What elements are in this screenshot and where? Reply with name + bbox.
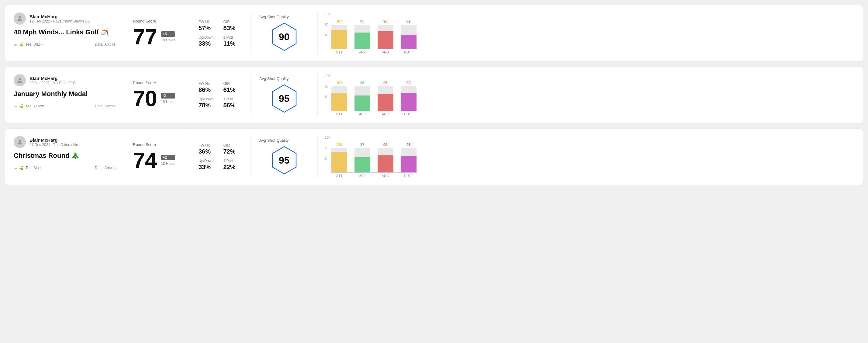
chart-column-app: 87: [354, 143, 370, 173]
fw-hit-value: 36%: [198, 148, 217, 155]
user-name: Blair McHarg: [30, 14, 90, 19]
gir-label: GIR: [223, 20, 242, 24]
card-footer: ☁ ⛳ Tee: Black Data: Arccos: [14, 42, 116, 46]
tee-label: Tee: Blue: [26, 166, 41, 170]
stats-section: FW Hit 86% GIR 61% Up/Down 78% 1 Putt 56…: [190, 74, 251, 116]
updown-label: Up/Down: [198, 35, 217, 39]
quality-label: Avg Shot Quality: [259, 138, 289, 143]
svg-point-0: [19, 16, 21, 19]
round-score-label: Round Score: [133, 81, 180, 85]
chart-column-app: 95: [354, 19, 370, 49]
user-meta: 27 Dec 2021 · The Oxfordshire: [30, 143, 79, 147]
fw-hit-label: FW Hit: [198, 20, 217, 24]
hexagon-wrapper: 95: [259, 145, 309, 176]
stats-grid: FW Hit 36% GIR 72% Up/Down 33% 1 Putt 22…: [198, 143, 242, 170]
fw-hit-label: FW Hit: [198, 82, 217, 86]
round-score-label: Round Score: [133, 19, 180, 23]
card-left-2: Blair McHarg 29 Jan 2022 · Mill Ride GCC…: [14, 74, 123, 116]
user-row: Blair McHarg 27 Dec 2021 · The Oxfordshi…: [14, 136, 116, 148]
score-details: -2 18 Holes: [161, 93, 175, 104]
user-info: Blair McHarg 12 Feb 2022 · Royal North D…: [30, 14, 90, 23]
fw-hit-stat: FW Hit 57%: [198, 20, 217, 32]
gir-value: 83%: [223, 25, 242, 32]
updown-stat: Up/Down 33%: [198, 35, 217, 47]
tee-label: Tee: Yellow: [26, 104, 44, 108]
chart-column-arg: 98: [378, 19, 394, 49]
weather-icon: ☁: [14, 166, 17, 170]
avatar: [14, 136, 26, 148]
round-card-1: Blair McHarg 12 Feb 2022 · Royal North D…: [5, 5, 863, 62]
gir-stat: GIR 61%: [223, 82, 242, 93]
hexagon: 95: [269, 83, 300, 114]
score-badge: +5: [161, 31, 175, 37]
tee-label: Tee: Black: [26, 42, 42, 46]
score-row: 77 +5 18 Holes: [133, 26, 180, 48]
round-score-section: Round Score 77 +5 18 Holes: [123, 12, 190, 54]
fw-hit-value: 86%: [198, 86, 217, 93]
svg-point-2: [19, 78, 21, 80]
weather-icon: ☁: [14, 42, 17, 46]
updown-stat: Up/Down 78%: [198, 97, 217, 109]
oneputt-label: 1 Putt: [223, 159, 242, 163]
data-source: Data: Arccos: [95, 166, 116, 170]
stats-section: FW Hit 36% GIR 72% Up/Down 33% 1 Putt 22…: [190, 136, 251, 178]
chart-section: 100 50 0 110 87: [318, 136, 854, 178]
score-badge: -2: [161, 93, 175, 98]
tee-info: ☁ ⛳ Tee: Black: [14, 42, 42, 46]
user-info: Blair McHarg 29 Jan 2022 · Mill Ride GCC: [30, 76, 76, 85]
quality-label: Avg Shot Quality: [259, 14, 289, 19]
stats-grid: FW Hit 86% GIR 61% Up/Down 78% 1 Putt 56…: [198, 82, 242, 109]
user-meta: 29 Jan 2022 · Mill Ride GCC: [30, 81, 76, 85]
svg-point-4: [19, 139, 21, 142]
chart-column-putt: 82: [401, 19, 416, 49]
fw-hit-value: 57%: [198, 25, 217, 32]
hexagon-wrapper: 95: [259, 83, 309, 114]
big-score: 77: [133, 26, 157, 48]
score-details: +5 18 Holes: [161, 31, 175, 42]
updown-value: 78%: [198, 102, 217, 109]
tee-icon: ⛳: [19, 104, 24, 108]
quality-section: Avg Shot Quality 90: [251, 12, 318, 54]
quality-section: Avg Shot Quality 95: [251, 74, 318, 116]
hexagon-score: 90: [279, 31, 290, 42]
oneputt-label: 1 Putt: [223, 97, 242, 101]
hexagon-score: 95: [279, 155, 290, 166]
card-footer: ☁ ⛳ Tee: Yellow Data: Arccos: [14, 104, 116, 108]
round-score-label: Round Score: [133, 142, 180, 147]
user-row: Blair McHarg 29 Jan 2022 · Mill Ride GCC: [14, 74, 116, 86]
user-row: Blair McHarg 12 Feb 2022 · Royal North D…: [14, 12, 116, 25]
tee-icon: ⛳: [19, 166, 24, 170]
oneputt-stat: 1 Putt 11%: [223, 35, 242, 47]
gir-stat: GIR 72%: [223, 143, 242, 155]
updown-stat: Up/Down 33%: [198, 159, 217, 170]
fw-hit-label: FW Hit: [198, 143, 217, 148]
round-card-2: Blair McHarg 29 Jan 2022 · Mill Ride GCC…: [5, 67, 863, 123]
score-row: 74 +2 18 Holes: [133, 149, 180, 171]
avatar: [14, 74, 26, 86]
score-badge: +2: [161, 155, 175, 160]
weather-icon: ☁: [14, 104, 17, 108]
data-source: Data: Arccos: [95, 104, 116, 108]
card-left-1: Blair McHarg 12 Feb 2022 · Royal North D…: [14, 12, 123, 54]
quality-section: Avg Shot Quality 95: [251, 136, 318, 178]
gir-stat: GIR 83%: [223, 20, 242, 32]
stats-grid: FW Hit 57% GIR 83% Up/Down 33% 1 Putt 11…: [198, 20, 242, 47]
quality-label: Avg Shot Quality: [259, 76, 289, 81]
user-name: Blair McHarg: [30, 76, 76, 81]
card-footer: ☁ ⛳ Tee: Blue Data: Arccos: [14, 166, 116, 170]
holes-label: 18 Holes: [161, 38, 175, 42]
chart-column-arg: 95: [378, 143, 394, 173]
data-source: Data: Arccos: [95, 42, 116, 46]
round-score-section: Round Score 74 +2 18 Holes: [123, 136, 190, 178]
round-title: January Monthly Medal: [14, 90, 116, 98]
updown-value: 33%: [198, 40, 217, 47]
oneputt-label: 1 Putt: [223, 35, 242, 39]
chart-section: 100 50 0 101 86: [318, 74, 854, 116]
gir-value: 72%: [223, 148, 242, 155]
user-meta: 12 Feb 2022 · Royal North Devon GC: [30, 19, 90, 23]
gir-value: 61%: [223, 86, 242, 93]
chart-column-putt: 93: [401, 143, 416, 173]
updown-label: Up/Down: [198, 97, 217, 101]
hexagon: 95: [269, 145, 300, 176]
round-title: 40 Mph Winds... Links Golf 🪃: [14, 28, 116, 36]
